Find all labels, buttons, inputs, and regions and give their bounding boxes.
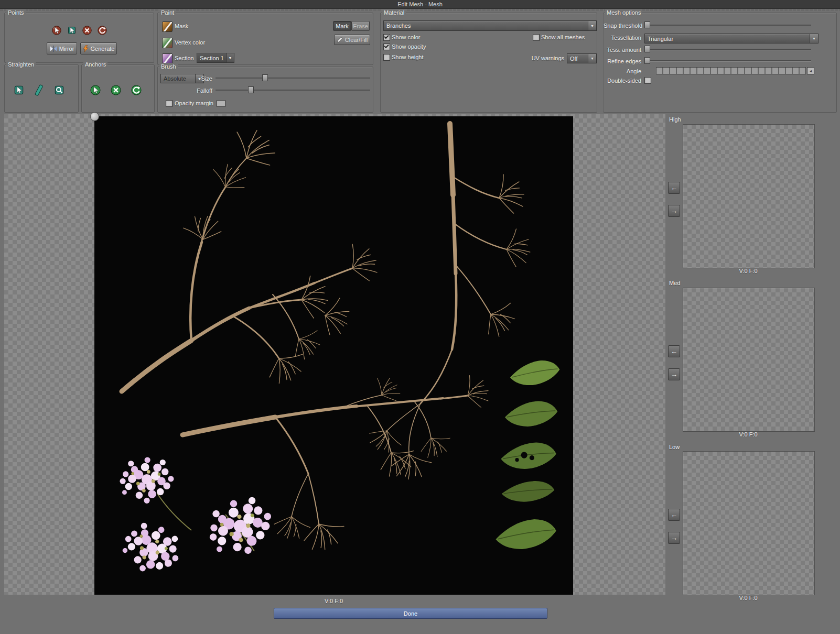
tess-amount-handle[interactable] (644, 46, 650, 52)
opacity-margin-checkbox[interactable] (166, 100, 173, 107)
delete-point-icon (82, 25, 92, 36)
anchor-reset-button[interactable] (130, 83, 143, 97)
section-select-value: Section 1 (200, 55, 224, 61)
tessellation-select[interactable]: Triangular ▼ (644, 34, 819, 43)
paint-group: Paint Mask Mark Erase Vertex color Clear… (157, 13, 373, 65)
reset-points-icon (97, 25, 107, 36)
mark-button[interactable]: Mark (333, 21, 351, 31)
show-all-meshes-checkbox[interactable] (533, 34, 540, 41)
straighten-inspect-button[interactable] (52, 83, 66, 97)
vertex-color-label: Vertex color (175, 39, 205, 46)
section-icon[interactable] (162, 53, 173, 64)
preview-low-next-button[interactable]: → (668, 532, 680, 544)
anchor-delete-button[interactable] (109, 83, 123, 97)
delete-point-button[interactable] (81, 24, 93, 37)
size-label: Size (192, 75, 212, 82)
edit-mesh-window: Edit Mesh - Mesh Points (0, 0, 840, 634)
points-group: Points (4, 13, 154, 63)
angle-slider[interactable] (656, 67, 806, 74)
anchors-group: Anchors (81, 64, 155, 113)
mirror-button[interactable]: Mirror (47, 42, 77, 54)
straighten-segment-button[interactable] (32, 83, 46, 97)
tessellation-label: Tessellation (604, 35, 641, 41)
points-group-label: Points (6, 9, 26, 16)
double-sided-label: Double-sided (604, 78, 641, 84)
preview-med-prev-button[interactable]: ← (668, 345, 680, 357)
preview-low-prev-button[interactable]: ← (668, 509, 680, 521)
mesh-options-group: Mesh options Snap threshold Tessellation… (603, 13, 837, 113)
preview-low-label: Low (669, 444, 680, 451)
snap-threshold-handle[interactable] (644, 21, 650, 28)
opacity-margin-label: Opacity margin (175, 100, 213, 107)
preview-high-prev-button[interactable]: ← (668, 182, 680, 194)
brush-group-label: Brush (159, 63, 178, 70)
material-group: Material Branches ▼ Show color Show all … (380, 13, 597, 113)
straighten-group-label: Straighten (6, 61, 36, 68)
preview-high-label: High (669, 116, 681, 123)
ruler-ticks (0, 9, 840, 11)
preview-high-next-button[interactable]: → (668, 205, 680, 217)
preview-low-stats: V:0 F:0 (683, 595, 814, 601)
double-sided-checkbox[interactable] (644, 77, 651, 84)
tess-amount-label: Tess. amount (604, 47, 641, 53)
falloff-slider[interactable] (216, 86, 370, 93)
section-label: Section (175, 55, 194, 62)
preview-high-stats: V:0 F:0 (683, 268, 814, 274)
falloff-slider-handle[interactable] (248, 86, 254, 93)
show-opacity-checkbox[interactable] (383, 43, 390, 50)
falloff-label: Falloff (192, 88, 212, 94)
erase-button[interactable]: Erase (351, 21, 370, 31)
show-height-checkbox[interactable] (383, 54, 390, 61)
show-color-checkbox[interactable] (383, 34, 390, 41)
tessellation-arrow-icon: ▼ (810, 34, 818, 43)
clear-fill-button[interactable]: Clear/Fill (334, 35, 370, 45)
anchors-group-label: Anchors (83, 61, 107, 68)
texture-canvas[interactable] (94, 116, 573, 595)
material-group-label: Material (382, 9, 406, 16)
brush-group: Brush Absolute ▼ Size Falloff Opacity ma… (157, 67, 373, 113)
straighten-select-icon (13, 84, 25, 96)
section-select-arrow[interactable]: ▼ (226, 53, 234, 63)
angle-slider-end[interactable]: ◂ (807, 67, 814, 74)
size-slider[interactable] (216, 74, 370, 81)
uv-warnings-select[interactable]: Off ▼ (567, 53, 597, 63)
anchor-add-icon (90, 84, 101, 96)
preview-low-viewport[interactable] (683, 451, 815, 595)
preview-high-viewport[interactable] (683, 124, 815, 268)
snap-threshold-label: Snap threshold (604, 23, 641, 29)
anchor-reset-icon (131, 84, 142, 96)
vertex-color-icon[interactable] (162, 38, 173, 48)
material-select[interactable]: Branches ▼ (383, 20, 597, 31)
falloff-slider-track (216, 90, 370, 91)
reset-points-button[interactable] (96, 24, 109, 37)
snap-threshold-slider[interactable] (644, 21, 811, 28)
mask-icon[interactable] (162, 21, 173, 32)
straighten-inspect-icon (53, 84, 65, 96)
tess-amount-slider[interactable] (644, 46, 811, 52)
generate-icon (83, 45, 89, 52)
refine-edges-slider[interactable] (644, 57, 811, 64)
size-slider-track (216, 78, 370, 79)
move-point-button[interactable] (66, 24, 78, 37)
straighten-segment-icon (33, 84, 45, 96)
refine-edges-track (644, 60, 811, 62)
straighten-select-button[interactable] (12, 83, 26, 97)
tess-amount-track (644, 49, 811, 50)
add-point-button[interactable] (50, 24, 63, 37)
opacity-margin-value[interactable] (217, 100, 225, 107)
uv-corner-handle[interactable] (90, 112, 99, 121)
mirror-button-label: Mirror (59, 46, 74, 52)
section-select[interactable]: Section 1 (197, 53, 229, 63)
uv-warnings-value: Off (570, 56, 577, 62)
size-slider-handle[interactable] (262, 74, 268, 81)
canvas-stats: V:0 F:0 (94, 598, 573, 604)
done-button[interactable]: Done (274, 608, 547, 619)
preview-med-next-button[interactable]: → (668, 368, 680, 380)
preview-med-viewport[interactable] (683, 288, 815, 432)
generate-button[interactable]: Generate (80, 42, 117, 54)
angle-label: Angle (604, 68, 641, 75)
tessellation-value: Triangular (648, 36, 673, 42)
mask-label: Mask (175, 23, 188, 30)
anchor-add-button[interactable] (89, 83, 102, 97)
refine-edges-handle[interactable] (644, 57, 650, 64)
